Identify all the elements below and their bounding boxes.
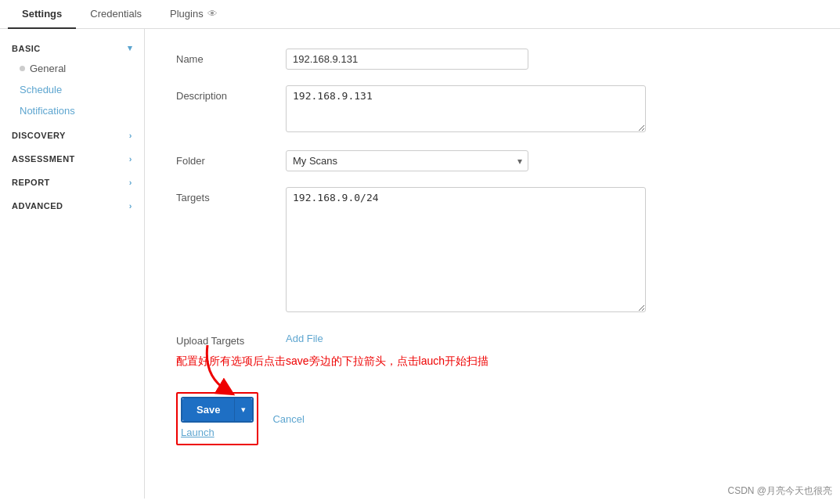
name-control-wrap — [286, 49, 809, 70]
bottom-bar: Save ▾ Launch Cancel — [176, 384, 809, 453]
launch-button[interactable]: Launch — [181, 424, 254, 441]
form-row-name: Name — [176, 49, 809, 70]
annotation-text: 配置好所有选项后点击save旁边的下拉箭头，点击lauch开始扫描 — [176, 355, 809, 369]
watermark: CSDN @月亮今天也很亮 — [727, 484, 832, 498]
content-area: Name Description 192.168.9.131 Folder My… — [145, 29, 840, 499]
save-area-box: Save ▾ Launch — [176, 392, 258, 445]
sidebar-section-assessment: ASSESSMENT › — [0, 148, 144, 168]
tab-settings[interactable]: Settings — [8, 0, 76, 29]
description-label: Description — [176, 85, 286, 102]
folder-label: Folder — [176, 150, 286, 167]
save-button-group: Save ▾ — [181, 397, 254, 423]
sidebar-item-schedule[interactable]: Schedule — [0, 79, 144, 100]
form-row-targets: Targets 192.168.9.0/24 — [176, 187, 809, 315]
tab-plugins[interactable]: Plugins 👁 — [156, 0, 232, 29]
chevron-right-icon-3: › — [129, 178, 132, 187]
folder-select[interactable]: My Scans Trash — [286, 150, 528, 171]
sidebar-section-basic-header[interactable]: BASIC ▾ — [0, 37, 144, 58]
upload-targets-row: Upload Targets Add File — [176, 330, 809, 347]
sidebar-section-discovery-header[interactable]: DISCOVERY › — [0, 124, 144, 145]
save-area-container: Save ▾ Launch — [176, 392, 258, 445]
chevron-right-icon-4: › — [129, 201, 132, 211]
targets-label: Targets — [176, 187, 286, 203]
description-textarea[interactable]: 192.168.9.131 — [286, 85, 646, 132]
add-file-link[interactable]: Add File — [286, 333, 323, 344]
targets-textarea[interactable]: 192.168.9.0/24 — [286, 187, 646, 312]
eye-icon: 👁 — [207, 8, 218, 20]
name-label: Name — [176, 49, 286, 65]
folder-select-wrap: My Scans Trash ▾ — [286, 150, 528, 171]
folder-control-wrap: My Scans Trash ▾ — [286, 150, 809, 171]
sidebar-section-advanced: ADVANCED › — [0, 195, 144, 215]
save-dropdown-button[interactable]: ▾ — [234, 398, 252, 421]
top-tabs-bar: Settings Credentials Plugins 👁 — [0, 0, 840, 29]
sidebar-section-assessment-header[interactable]: ASSESSMENT › — [0, 148, 144, 168]
dot-icon — [20, 66, 25, 71]
chevron-right-icon: › — [129, 131, 132, 140]
description-control-wrap: 192.168.9.131 — [286, 85, 809, 135]
form-row-description: Description 192.168.9.131 — [176, 85, 809, 135]
sidebar-section-advanced-header[interactable]: ADVANCED › — [0, 195, 144, 215]
sidebar-section-discovery: DISCOVERY › — [0, 124, 144, 145]
cancel-button[interactable]: Cancel — [266, 409, 310, 429]
chevron-down-icon: ▾ — [128, 43, 133, 53]
sidebar-section-report: REPORT › — [0, 171, 144, 192]
chevron-right-icon-2: › — [129, 154, 132, 164]
upload-targets-label: Upload Targets — [176, 330, 286, 347]
sidebar-item-notifications[interactable]: Notifications — [0, 100, 144, 121]
tab-credentials[interactable]: Credentials — [76, 0, 156, 29]
main-layout: BASIC ▾ General Schedule Notifications D… — [0, 29, 840, 499]
sidebar-section-report-header[interactable]: REPORT › — [0, 171, 144, 192]
name-input[interactable] — [286, 49, 528, 70]
sidebar-section-basic: BASIC ▾ General Schedule Notifications — [0, 37, 144, 121]
sidebar-item-general[interactable]: General — [0, 58, 144, 79]
form-row-folder: Folder My Scans Trash ▾ — [176, 150, 809, 171]
targets-control-wrap: 192.168.9.0/24 — [286, 187, 809, 315]
sidebar: BASIC ▾ General Schedule Notifications D… — [0, 29, 145, 499]
save-button[interactable]: Save — [182, 398, 234, 421]
